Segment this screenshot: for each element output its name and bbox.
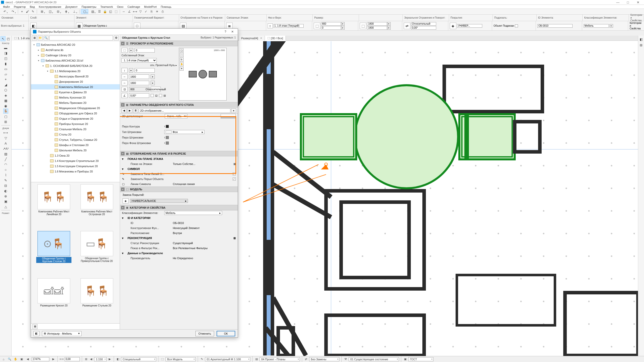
collapse-icon[interactable]: ▾: [121, 206, 125, 209]
nav-next-button[interactable]: ▶: [127, 108, 132, 113]
gallery-item[interactable]: 🛋🛋Размещение Кресел 20: [33, 278, 75, 321]
cube-button[interactable]: ⬚: [113, 9, 118, 14]
reno-dd[interactable]: 01 Существующее состояние: [349, 357, 399, 361]
sb-pen-icon[interactable]: ✎: [200, 357, 204, 361]
penset-dd[interactable]: 01 Архитектурный М 1:100: [205, 357, 250, 361]
own-floor-dd[interactable]: 1. 1-й этаж (Текущий): [122, 58, 157, 63]
snap3-button[interactable]: ⊟: [54, 9, 62, 14]
menu-edit[interactable]: Редактор: [12, 5, 28, 9]
slab-tool[interactable]: ▱: [3, 72, 8, 77]
angle-input[interactable]: [129, 93, 149, 98]
ok-button[interactable]: ОК: [217, 331, 235, 336]
pv-sun-icon[interactable]: ☀: [180, 67, 184, 71]
layer-icon[interactable]: ◧: [30, 23, 37, 29]
tree-row[interactable]: Столы 20: [31, 132, 120, 137]
mesh-tool[interactable]: ⊞: [3, 119, 8, 124]
collapse-icon[interactable]: ▾: [121, 152, 125, 155]
circle-tool[interactable]: ○: [3, 167, 8, 172]
roof-tool[interactable]: ◢: [3, 82, 8, 87]
pv-2d-icon[interactable]: ▢: [180, 49, 184, 53]
tree-row[interactable]: Медицинское Оборудование 20: [31, 105, 120, 111]
dialog-help-button[interactable]: ?: [222, 29, 229, 34]
worksheet-tool[interactable]: ▣: [3, 199, 8, 204]
sb-home-icon[interactable]: ⌂: [2, 357, 6, 361]
cover-dd[interactable]: УНИВЕРСАЛЬНОЕ▸: [130, 199, 188, 203]
dim-b[interactable]: [367, 26, 387, 30]
sb-hand-icon[interactable]: ✋: [14, 357, 18, 361]
model-dd[interactable]: Вся Модель: [166, 357, 196, 361]
menu-view[interactable]: Вид: [28, 5, 37, 9]
menu-teamwork[interactable]: Teamwork: [98, 5, 115, 9]
section-preview-header[interactable]: ▾ ☰ ПРОСМОТР И РАСПОЛОЖЕНИЕ: [120, 41, 238, 46]
wall-tool[interactable]: ▬: [3, 45, 8, 50]
id-input[interactable]: [537, 24, 573, 28]
minimize-button[interactable]: —: [613, 0, 623, 5]
viewport-tab-3[interactable]: ⬚[3D / Все]: [265, 36, 286, 41]
sb-reno-icon[interactable]: ⚒: [344, 357, 348, 361]
tree-row[interactable]: Кушетки и Диваны 20: [31, 89, 120, 95]
cover-dd[interactable]: [457, 24, 482, 28]
skylight-tool[interactable]: ◈: [3, 93, 8, 98]
label-tool[interactable]: ↗A¹: [3, 146, 8, 151]
element-icon[interactable]: ▦: [76, 23, 83, 29]
gallery-item[interactable]: 🪑🪑Размещение Стульев 20: [76, 278, 118, 321]
elev-step[interactable]: ▸: [129, 48, 133, 53]
close-icon[interactable]: ✕: [260, 37, 262, 39]
gallery-item[interactable]: ▭🪑Обеденная Группа с Прямоугольным Столо…: [76, 231, 118, 277]
gallery-item[interactable]: 🪑🪑Компоновка Рабочих Мест Линейная 20: [33, 184, 75, 230]
angle-icon[interactable]: ∠: [122, 93, 128, 98]
sb-prev2-icon[interactable]: ◀: [89, 357, 93, 361]
sb-view-icon[interactable]: ▤: [255, 357, 259, 361]
dim-tool[interactable]: ⟷: [3, 130, 8, 135]
d-icon[interactable]: ⊡: [122, 87, 128, 92]
gallery-item[interactable]: ⊙🪑Обеденная Группа с Круглым Столом 20: [33, 231, 75, 277]
w-icon[interactable]: ↔: [122, 74, 128, 79]
view-dd[interactable]: 04 Проект - Планы: [260, 357, 300, 361]
nav-tab-dd[interactable]: 2D-отображение...: [139, 108, 230, 113]
tree-row[interactable]: ▸Cadimage Library 20: [31, 53, 120, 58]
arc-tool[interactable]: ◠: [3, 162, 8, 167]
sb-scale-icon[interactable]: ⟷: [60, 357, 64, 361]
print-button[interactable]: ⎙: [160, 9, 165, 14]
tree-row[interactable]: ▾Библиотека ARCHICAD 20.lcf: [31, 58, 120, 63]
sun-button[interactable]: ☀: [154, 9, 159, 14]
size-a[interactable]: [321, 22, 341, 26]
sb-model-icon[interactable]: ⬚: [160, 357, 165, 361]
size-b[interactable]: [321, 26, 341, 30]
pv-3d-icon[interactable]: ⬚: [180, 53, 184, 57]
level-button[interactable]: ▽: [138, 9, 143, 14]
pv-hand-icon[interactable]: ✋: [180, 62, 184, 66]
tree-row[interactable]: 1.4 Конструкции Строительные 20: [31, 158, 120, 163]
z-step[interactable]: ▸: [129, 68, 133, 73]
change-tool[interactable]: △: [3, 204, 8, 209]
mirror-icon[interactable]: ⇄: [404, 23, 410, 29]
size-icon[interactable]: ⬚: [314, 23, 320, 29]
tree-row[interactable]: Комплекты Мебельные 20: [31, 84, 120, 89]
sb-zoom-icon[interactable]: 🔍: [8, 357, 12, 361]
section-model-header[interactable]: ▾ ⬚ МОДЕЛЬ: [120, 187, 238, 192]
tree-row[interactable]: Аксессуары Ванной 20: [31, 74, 120, 79]
lib-tree-icon[interactable]: ⊞: [32, 35, 37, 40]
pv-refresh-icon[interactable]: ↻: [180, 58, 184, 62]
class-dd-btn[interactable]: ▸: [610, 24, 613, 28]
undo-button[interactable]: ↶: [1, 9, 9, 14]
nav-list-icon[interactable]: ≣: [133, 108, 138, 113]
dim-b-step[interactable]: ▸: [387, 26, 391, 30]
angle-input[interactable]: [411, 26, 436, 30]
review-button[interactable]: ⎘: [149, 9, 154, 14]
lock-button[interactable]: 🔒: [102, 9, 107, 14]
h-icon[interactable]: ↔: [122, 80, 128, 85]
geom-icon[interactable]: □: [134, 23, 140, 29]
cat-btn[interactable]: Категории и Свойства: [630, 22, 641, 30]
object-tool[interactable]: 🪑: [3, 109, 8, 114]
classification-dd[interactable]: Мебель▸: [164, 211, 222, 215]
3d-button[interactable]: ◱: [108, 9, 113, 14]
h-input[interactable]: [129, 81, 149, 85]
trace-button[interactable]: ▤: [89, 9, 96, 14]
pick-button[interactable]: ⌖: [19, 9, 24, 14]
sb-fit-icon[interactable]: ▣: [20, 357, 24, 361]
tree-row[interactable]: Оборудование для Офиса 20: [31, 111, 120, 116]
w-step[interactable]: ▸: [151, 74, 155, 79]
layer-dd[interactable]: Специальный: [121, 357, 156, 361]
tree-row[interactable]: Приборы Кухонные 20: [31, 121, 120, 126]
